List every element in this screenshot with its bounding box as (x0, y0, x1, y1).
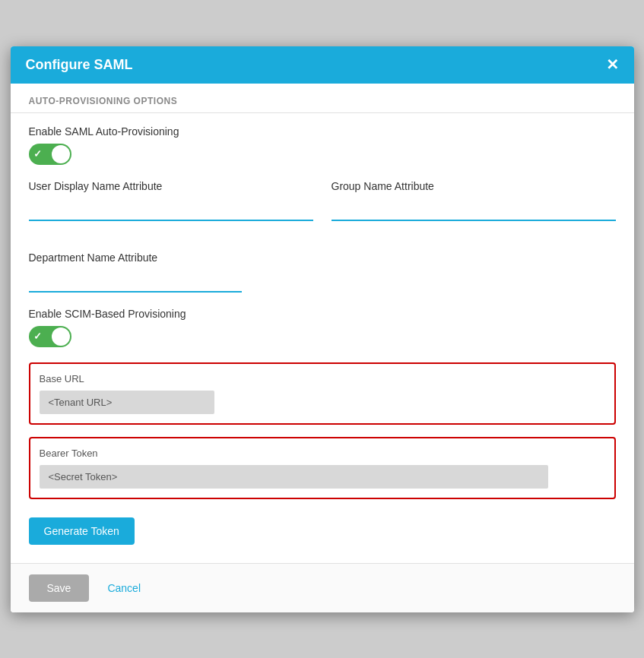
modal-header: Configure SAML ✕ (11, 46, 634, 84)
auto-provisioning-header: AUTO-PROVISIONING OPTIONS (11, 84, 634, 113)
two-col-group: User Display Name Attribute Group Name A… (29, 180, 616, 236)
base-url-value: <Tenant URL> (40, 391, 214, 414)
toggle-scim-wrapper: ✓ (29, 326, 616, 347)
user-display-name-label: User Display Name Attribute (29, 180, 313, 192)
scim-toggle-check: ✓ (33, 331, 42, 342)
department-name-group: Department Name Attribute (29, 251, 616, 293)
enable-saml-label: Enable SAML Auto-Provisioning (29, 125, 616, 138)
group-name-group: Group Name Attribute (332, 180, 616, 221)
configure-saml-modal: Configure SAML ✕ AUTO-PROVISIONING OPTIO… (11, 46, 634, 612)
base-url-box: Base URL <Tenant URL> (29, 362, 616, 425)
enable-scim-label: Enable SCIM-Based Provisioning (29, 308, 616, 320)
scim-toggle-thumb (52, 327, 70, 346)
modal-overlay: Configure SAML ✕ AUTO-PROVISIONING OPTIO… (0, 0, 644, 658)
generate-token-button[interactable]: Generate Token (29, 517, 135, 545)
user-display-name-input[interactable] (29, 198, 313, 221)
department-name-input[interactable] (29, 270, 242, 293)
modal-title: Configure SAML (26, 57, 133, 73)
close-button[interactable]: ✕ (606, 57, 619, 72)
saml-toggle[interactable]: ✓ (29, 144, 71, 165)
cancel-button[interactable]: Cancel (107, 582, 141, 594)
scim-toggle[interactable]: ✓ (29, 326, 71, 347)
base-url-label: Base URL (40, 373, 605, 384)
user-display-name-group: User Display Name Attribute (29, 180, 313, 221)
save-button[interactable]: Save (29, 574, 90, 602)
department-name-label: Department Name Attribute (29, 251, 616, 264)
scim-toggle-track: ✓ (29, 326, 71, 347)
modal-body: AUTO-PROVISIONING OPTIONS Enable SAML Au… (11, 84, 634, 563)
saml-toggle-check: ✓ (33, 148, 42, 160)
enable-scim-group: Enable SCIM-Based Provisioning ✓ (29, 308, 616, 347)
bearer-token-box: Bearer Token <Secret Token> (29, 437, 616, 499)
saml-toggle-track: ✓ (29, 144, 71, 165)
bearer-token-label: Bearer Token (40, 448, 605, 459)
group-name-input[interactable] (332, 198, 616, 221)
section-content: Enable SAML Auto-Provisioning ✓ User D (11, 113, 634, 563)
bearer-token-value: <Secret Token> (40, 465, 549, 489)
modal-footer: Save Cancel (11, 563, 634, 612)
toggle-saml-wrapper: ✓ (29, 144, 616, 165)
saml-toggle-thumb (52, 145, 70, 163)
enable-saml-group: Enable SAML Auto-Provisioning ✓ (29, 125, 616, 165)
group-name-label: Group Name Attribute (332, 180, 616, 192)
